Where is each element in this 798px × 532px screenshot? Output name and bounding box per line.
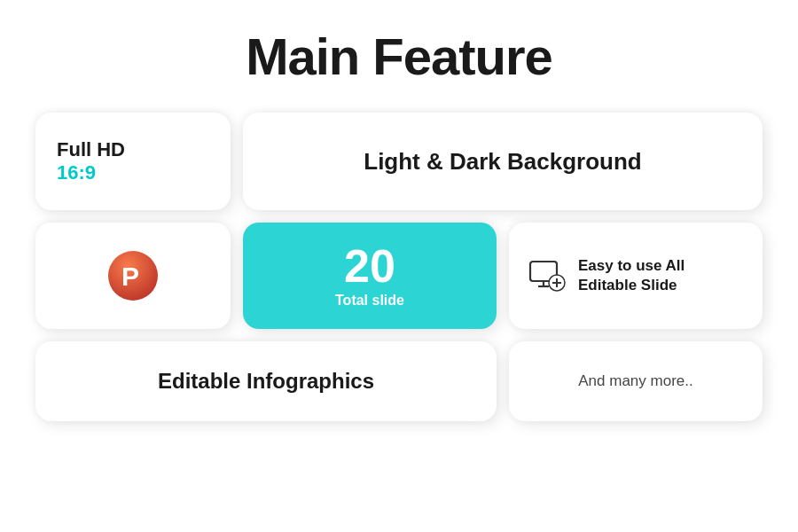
card-fullhd: Full HD 16:9 bbox=[35, 113, 231, 210]
lightdark-label: Light & Dark Background bbox=[364, 148, 641, 176]
screen-plus-icon bbox=[527, 256, 566, 295]
slide-number: 20 bbox=[344, 243, 395, 289]
easyuse-label: Easy to use AllEditable Slide bbox=[578, 256, 685, 295]
slide-sublabel: Total slide bbox=[335, 293, 404, 309]
card-more: And many more.. bbox=[509, 341, 763, 421]
card-lightdark: Light & Dark Background bbox=[243, 113, 763, 210]
powerpoint-icon: P bbox=[108, 251, 158, 301]
page-title: Main Feature bbox=[246, 27, 552, 86]
card-infographics: Editable Infographics bbox=[35, 341, 497, 421]
fullhd-label: Full HD bbox=[57, 138, 125, 161]
svg-text:P: P bbox=[121, 262, 139, 291]
easyuse-text: Easy to use AllEditable Slide bbox=[578, 256, 685, 295]
card-easyuse: Easy to use AllEditable Slide bbox=[509, 223, 763, 329]
infographics-label: Editable Infographics bbox=[158, 369, 374, 394]
card-powerpoint: P bbox=[35, 223, 231, 329]
more-label: And many more.. bbox=[578, 372, 692, 390]
features-grid: Full HD 16:9 Light & Dark Background P bbox=[35, 113, 763, 421]
card-slides: 20 Total slide bbox=[243, 223, 497, 329]
ratio-label: 16:9 bbox=[57, 161, 96, 184]
